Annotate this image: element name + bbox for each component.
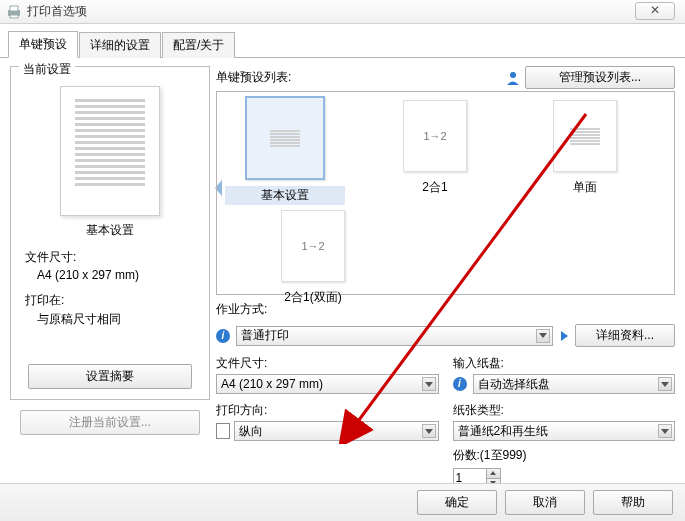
jobtype-value: 普通打印	[241, 327, 289, 344]
info-icon: i	[453, 377, 467, 391]
help-button[interactable]: 帮助	[593, 490, 673, 515]
orientation-value: 纵向	[239, 423, 263, 440]
preset-list: 基本设置 1→2 2合1 单面 1→2 2合1(双面)	[216, 91, 675, 295]
preset-thumb-icon	[245, 96, 325, 180]
preset-name-label: 基本设置	[19, 222, 201, 239]
current-settings-group: 当前设置 基本设置 文件尺寸: A4 (210 x 297 mm) 打印在: 与…	[10, 66, 210, 400]
print-at-label: 打印在:	[25, 292, 201, 309]
info-icon: i	[216, 329, 230, 343]
cancel-button[interactable]: 取消	[505, 490, 585, 515]
preset-list-label: 单键预设列表:	[216, 69, 291, 86]
filesize-select[interactable]: A4 (210 x 297 mm)	[216, 374, 439, 394]
filesize-label: 文件尺寸:	[216, 355, 439, 372]
svg-rect-2	[10, 15, 18, 18]
tab-oneclick[interactable]: 单键预设	[8, 31, 78, 58]
svg-rect-1	[10, 6, 18, 11]
preset-item-label: 单面	[525, 178, 645, 197]
spin-up-icon[interactable]	[486, 469, 500, 478]
tab-bar: 单键预设 详细的设置 配置/关于	[0, 24, 685, 58]
page-preview	[60, 86, 160, 216]
orientation-label: 打印方向:	[216, 402, 439, 419]
preset-thumb-icon	[553, 100, 617, 172]
inputtray-value: 自动选择纸盘	[478, 376, 550, 393]
tab-detailed[interactable]: 详细的设置	[79, 32, 161, 58]
summary-button[interactable]: 设置摘要	[28, 364, 192, 389]
dialog-buttons: 确定 取消 帮助	[0, 483, 685, 521]
manage-presets-button[interactable]: 管理预设列表...	[525, 66, 675, 89]
titlebar: 打印首选项 ✕	[0, 0, 685, 24]
play-icon[interactable]	[557, 329, 571, 343]
preset-item-2in1-duplex[interactable]: 1→2 2合1(双面)	[253, 210, 373, 307]
inputtray-select[interactable]: 自动选择纸盘	[473, 374, 676, 394]
preset-thumb-icon: 1→2	[403, 100, 467, 172]
preset-item-label: 基本设置	[225, 186, 345, 205]
close-button[interactable]: ✕	[635, 2, 675, 20]
window-title: 打印首选项	[27, 3, 87, 20]
print-at-value: 与原稿尺寸相同	[37, 311, 201, 328]
papertype-label: 纸张类型:	[453, 402, 676, 419]
file-size-label: 文件尺寸:	[25, 249, 201, 266]
printer-icon	[6, 5, 22, 19]
copies-label: 份数:(1至999)	[453, 447, 676, 464]
detail-button[interactable]: 详细资料...	[575, 324, 675, 347]
papertype-select[interactable]: 普通纸2和再生纸	[453, 421, 676, 441]
tab-config[interactable]: 配置/关于	[162, 32, 235, 58]
register-settings-button[interactable]: 注册当前设置...	[20, 410, 200, 435]
jobtype-select[interactable]: 普通打印	[236, 326, 553, 346]
papertype-value: 普通纸2和再生纸	[458, 423, 549, 440]
current-settings-legend: 当前设置	[19, 61, 75, 78]
filesize-value: A4 (210 x 297 mm)	[221, 377, 323, 391]
file-size-value: A4 (210 x 297 mm)	[37, 268, 201, 282]
preset-item-label: 2合1	[375, 178, 495, 197]
inputtray-label: 输入纸盘:	[453, 355, 676, 372]
preset-item-2in1[interactable]: 1→2 2合1	[375, 100, 495, 286]
orientation-select[interactable]: 纵向	[234, 421, 439, 441]
svg-point-4	[510, 72, 516, 78]
orientation-icon	[216, 423, 230, 439]
user-icon	[505, 70, 521, 86]
preset-item-single[interactable]: 单面	[525, 100, 645, 286]
preset-thumb-icon: 1→2	[281, 210, 345, 282]
ok-button[interactable]: 确定	[417, 490, 497, 515]
preset-item-label: 2合1(双面)	[253, 288, 373, 307]
